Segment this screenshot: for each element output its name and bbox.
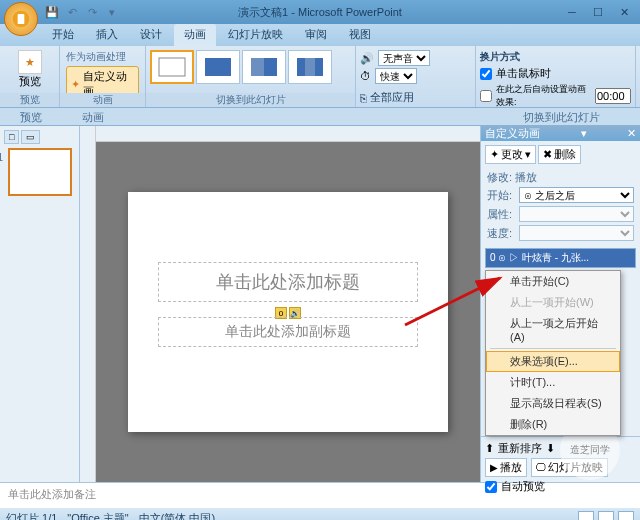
transition-option[interactable] (196, 50, 240, 84)
status-theme: "Office 主题" (67, 511, 128, 521)
tab-slideshow[interactable]: 幻灯片放映 (218, 24, 293, 46)
start-label: 开始: (487, 188, 515, 203)
auto-time-input[interactable] (595, 88, 631, 104)
autoprev-label: 自动预览 (501, 479, 545, 494)
preview-label: 预览 (19, 74, 41, 89)
slides-tab[interactable]: ▭ (21, 130, 40, 144)
save-icon[interactable]: 💾 (44, 4, 60, 20)
window-title: 演示文稿1 - Microsoft PowerPoint (238, 5, 402, 20)
sound-icon: 🔊 (360, 52, 374, 65)
reorder-label: 重新排序 (498, 441, 542, 456)
normal-view-button[interactable] (578, 511, 594, 520)
minimize-icon[interactable]: ─ (560, 4, 584, 20)
on-click-checkbox[interactable] (480, 68, 492, 80)
redo-icon[interactable]: ↷ (84, 4, 100, 20)
svg-rect-5 (251, 58, 264, 76)
sound-select[interactable]: 无声音 (378, 50, 430, 66)
subbar-trans: 切换到此幻灯片 (503, 108, 640, 125)
ruler-horizontal (96, 126, 480, 142)
group-preview-label: 预览 (0, 93, 59, 107)
speed-label: 速度: (487, 226, 515, 241)
transition-none[interactable] (150, 50, 194, 84)
office-button[interactable] (4, 2, 38, 36)
ctx-start-click[interactable]: 单击开始(C) (486, 271, 620, 292)
auto-after-checkbox[interactable] (480, 90, 492, 102)
play-button[interactable]: ▶ 播放 (485, 458, 527, 477)
reorder-up-icon[interactable]: ⬆ (485, 442, 494, 455)
svg-rect-7 (305, 58, 315, 76)
preview-icon: ★ (18, 50, 42, 74)
status-lang: 中文(简体,中国) (139, 511, 215, 521)
speed-select[interactable]: 快速 (375, 68, 417, 84)
ctx-timing[interactable]: 计时(T)... (486, 372, 620, 393)
animation-item[interactable]: 0 ⊙ ▷ 叶炫青 - 九张... (486, 249, 635, 267)
remove-button[interactable]: ✖删除 (538, 145, 581, 164)
tab-animation[interactable]: 动画 (174, 24, 216, 46)
switch-title: 换片方式 (480, 50, 631, 64)
close-icon[interactable]: ✕ (612, 4, 636, 20)
tab-design[interactable]: 设计 (130, 24, 172, 46)
preview-button[interactable]: ★ 预览 (6, 48, 53, 91)
svg-rect-1 (18, 14, 25, 24)
auto-after-label: 在此之后自动设置动画效果: (496, 83, 591, 109)
ctx-start-after[interactable]: 从上一项之后开始(A) (486, 313, 620, 346)
subtitle-placeholder[interactable]: 单击此处添加副标题 (158, 317, 418, 347)
speed-icon: ⏱ (360, 70, 371, 82)
qat-more-icon[interactable]: ▾ (104, 4, 120, 20)
group-anim-label: 动画 (60, 93, 145, 107)
slide-canvas[interactable]: 单击此处添加标题 0🔊 单击此处添加副标题 (128, 192, 448, 432)
convert-label: 作为动画处理 (66, 50, 139, 64)
ruler-vertical (80, 126, 96, 482)
autoprev-checkbox[interactable] (485, 481, 497, 493)
change-icon: ✦ (490, 148, 499, 161)
ctx-adv-timeline[interactable]: 显示高级日程表(S) (486, 393, 620, 414)
prop-label: 属性: (487, 207, 515, 222)
custom-animation-pane: 自定义动画 ▾ ✕ ✦更改▾ ✖删除 修改: 播放 开始:⊙ 之后之后 属性: … (480, 126, 640, 482)
ctx-start-prev: 从上一项开始(W) (486, 292, 620, 313)
status-slide: 幻灯片 1/1 (6, 511, 57, 521)
outline-tab[interactable]: □ (4, 130, 19, 144)
title-placeholder[interactable]: 单击此处添加标题 (158, 262, 418, 302)
tab-insert[interactable]: 插入 (86, 24, 128, 46)
apply-all-button[interactable]: ⎘全部应用 (360, 90, 471, 105)
tab-home[interactable]: 开始 (42, 24, 84, 46)
reorder-down-icon[interactable]: ⬇ (546, 442, 555, 455)
transition-option[interactable] (242, 50, 286, 84)
on-click-label: 单击鼠标时 (496, 66, 551, 81)
maximize-icon[interactable]: ☐ (586, 4, 610, 20)
svg-rect-2 (159, 58, 185, 76)
tab-view[interactable]: 视图 (339, 24, 381, 46)
sorter-view-button[interactable] (598, 511, 614, 520)
slideshow-view-button[interactable] (618, 511, 634, 520)
slide-thumbnail[interactable]: 1 (8, 148, 72, 196)
svg-rect-3 (205, 58, 231, 76)
animation-list: 0 ⊙ ▷ 叶炫青 - 九张... (485, 248, 636, 268)
tab-review[interactable]: 审阅 (295, 24, 337, 46)
pane-title: 自定义动画 (485, 126, 540, 141)
start-select[interactable]: ⊙ 之后之后 (519, 187, 634, 203)
subbar-anim: 动画 (62, 108, 124, 125)
star-icon: ✦ (71, 78, 80, 91)
slide-editor: 单击此处添加标题 0🔊 单击此处添加副标题 (80, 126, 480, 482)
ctx-remove[interactable]: 删除(R) (486, 414, 620, 435)
context-menu: 单击开始(C) 从上一项开始(W) 从上一项之后开始(A) 效果选项(E)...… (485, 270, 621, 436)
pane-close-icon[interactable]: ✕ (627, 127, 636, 140)
prop-select (519, 206, 634, 222)
slide-panel: □ ▭ 1 (0, 126, 80, 482)
subbar-preview: 预览 (0, 108, 62, 125)
undo-icon[interactable]: ↶ (64, 4, 80, 20)
transition-option[interactable] (288, 50, 332, 84)
slide-number: 1 (0, 152, 3, 163)
speed-select2 (519, 225, 634, 241)
remove-icon: ✖ (543, 148, 552, 161)
change-button[interactable]: ✦更改▾ (485, 145, 536, 164)
modify-label: 修改: 播放 (487, 170, 634, 185)
ctx-effect-options[interactable]: 效果选项(E)... (486, 351, 620, 372)
pane-dropdown-icon[interactable]: ▾ (581, 127, 587, 140)
ctx-separator (490, 348, 616, 349)
apply-icon: ⎘ (360, 92, 367, 104)
group-trans-label: 切换到此幻灯片 (146, 93, 355, 107)
ribbon-tabs: 开始 插入 设计 动画 幻灯片放映 审阅 视图 (0, 24, 640, 46)
